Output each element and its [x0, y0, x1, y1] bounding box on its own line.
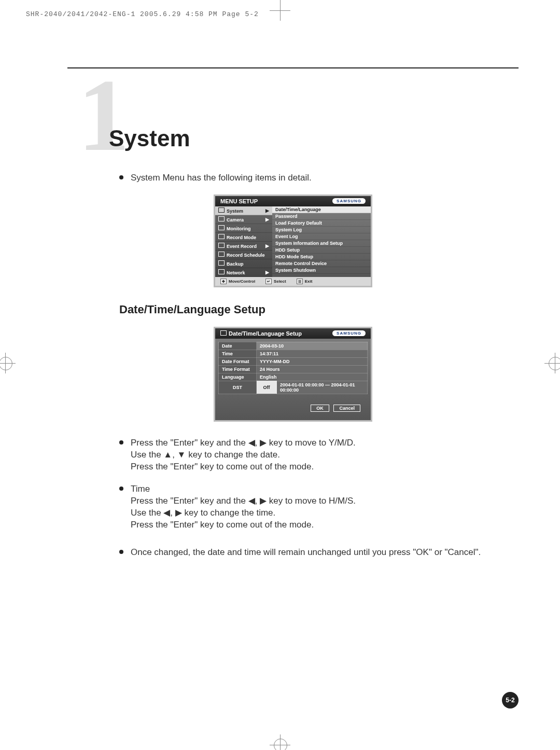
brand-badge-2: SAMSUNG — [332, 330, 366, 336]
brand-badge: SAMSUNG — [332, 198, 366, 204]
crop-mark-right — [544, 353, 560, 373]
row-value[interactable]: English — [257, 373, 368, 381]
bullet-icon — [119, 175, 123, 179]
enter-icon: ↵ — [265, 279, 272, 284]
instr-1-l3: Press the "Enter" key to come out of the… — [131, 461, 356, 473]
table-row: LanguageEnglish — [219, 373, 368, 381]
table-row: Date FormatYYYY-MM-DD — [219, 357, 368, 365]
row-label: Date Format — [219, 357, 257, 365]
menu-left-panel: System▶Camera▶MonitoringRecord ModeEvent… — [215, 206, 272, 277]
chapter-number: 1 — [78, 63, 130, 167]
bullet-icon — [119, 550, 123, 554]
footer-move: Move/Control — [229, 279, 255, 284]
instr-2-l1: Press the "Enter" key and the ◀, ▶ key t… — [131, 495, 356, 507]
menu-left-item[interactable]: Monitoring — [215, 224, 272, 233]
menu-icon: ☰ — [297, 279, 303, 284]
menu-right-item[interactable]: Remote Control Device — [272, 260, 371, 267]
menu-right-item[interactable]: HDD Mode Setup — [272, 254, 371, 260]
chevron-right-icon: ▶ — [265, 270, 269, 275]
menu-item-icon — [218, 260, 225, 266]
instr-2-l3: Press the "Enter" key to come out of the… — [131, 519, 356, 531]
menu-item-icon — [218, 216, 225, 221]
menu-right-item[interactable]: Event Log — [272, 233, 371, 240]
print-header: SHR-2040/2041/2042-ENG-1 2005.6.29 4:58 … — [26, 10, 259, 18]
menu-footer: ✥Move/Control ↵Select ☰Exit — [215, 277, 371, 286]
ok-button[interactable]: OK — [311, 405, 329, 412]
dst-label: DST — [219, 381, 257, 394]
instruction-block-2: Time Press the "Enter" key and the ◀, ▶ … — [119, 483, 519, 531]
chevron-right-icon: ▶ — [265, 208, 269, 213]
dst-range: 2004-01-01 00:00:00 — 2004-01-01 00:00:0… — [277, 381, 368, 394]
menu-right-item[interactable]: System Shutdown — [272, 267, 371, 274]
instruction-block-1: Press the "Enter" key and the ◀, ▶ key t… — [119, 437, 519, 473]
row-label: Language — [219, 373, 257, 381]
menu-item-icon — [218, 252, 225, 257]
bullet-icon — [119, 440, 123, 445]
dst-row: DSTOff2004-01-01 00:00:00 — 2004-01-01 0… — [219, 381, 368, 394]
menu-right-item[interactable]: Load Faotory Default — [272, 220, 371, 227]
page-content: 1 System System Menu has the following i… — [67, 67, 519, 561]
menu-item-icon — [218, 243, 225, 248]
menu-left-label: System — [227, 209, 243, 214]
menu-item-icon — [218, 269, 225, 274]
menu-right-item[interactable]: System Log — [272, 227, 371, 233]
section-heading: Date/Time/Language Setup — [119, 303, 519, 316]
menu-left-item[interactable]: Backup — [215, 259, 272, 268]
instr-2-head: Time — [131, 483, 356, 495]
menu-item-icon — [218, 234, 225, 239]
menu-right-item[interactable]: System Information and Setup — [272, 240, 371, 247]
intro-bullet: System Menu has the following items in d… — [119, 172, 519, 184]
chapter-header: 1 System — [67, 84, 519, 172]
crop-mark-left — [0, 353, 16, 373]
row-value[interactable]: 14:37:11 — [257, 350, 368, 357]
menu-left-label: Record Mode — [227, 235, 256, 240]
instr-3: Once changed, the date and time will rem… — [131, 547, 481, 559]
dst-state[interactable]: Off — [257, 381, 277, 394]
footer-select: Select — [274, 279, 286, 284]
instruction-block-3: Once changed, the date and time will rem… — [119, 547, 519, 559]
title-icon — [220, 330, 227, 336]
menu-left-item[interactable]: Record Mode — [215, 233, 272, 242]
menu-left-item[interactable]: Camera▶ — [215, 215, 272, 224]
instr-1-l1: Press the "Enter" key and the ◀, ▶ key t… — [131, 437, 356, 449]
menu-left-label: Monitoring — [227, 226, 251, 231]
menu-left-item[interactable]: Record Schedule — [215, 251, 272, 259]
menu-item-icon — [218, 225, 225, 230]
menu-right-panel: Date/Time/LanguagePasswordLoad Faotory D… — [272, 206, 371, 277]
menu-left-item[interactable]: Event Record▶ — [215, 242, 272, 251]
table-row: Date2004-03-10 — [219, 342, 368, 350]
dpad-icon: ✥ — [220, 279, 227, 284]
menu-title: MENU SETUP — [220, 198, 258, 204]
chevron-right-icon: ▶ — [265, 243, 269, 248]
menu-left-label: Record Schedule — [227, 253, 265, 258]
row-label: Time — [219, 350, 257, 357]
menu-setup-screenshot: MENU SETUP SAMSUNG System▶Camera▶Monitor… — [214, 195, 372, 287]
row-value[interactable]: 2004-03-10 — [257, 342, 368, 350]
table-row: Time14:37:11 — [219, 350, 368, 357]
chevron-right-icon: ▶ — [265, 217, 269, 222]
dt-title: Date/Time/Language Setup — [229, 330, 302, 337]
crop-mark-top — [270, 0, 290, 21]
menu-item-icon — [218, 207, 225, 213]
menu-left-item[interactable]: System▶ — [215, 206, 272, 215]
bullet-icon — [119, 487, 123, 491]
crop-mark-bottom — [270, 734, 290, 750]
menu-left-label: Camera — [227, 217, 244, 223]
menu-right-item[interactable]: Date/Time/Language — [272, 206, 371, 213]
menu-right-item[interactable]: Password — [272, 213, 371, 220]
row-value[interactable]: 24 Hours — [257, 365, 368, 373]
menu-left-label: Backup — [227, 261, 244, 267]
footer-exit: Exit — [305, 279, 313, 284]
table-row: Time Format24 Hours — [219, 365, 368, 373]
row-label: Time Format — [219, 365, 257, 373]
menu-left-item[interactable]: Network▶ — [215, 268, 272, 277]
intro-text: System Menu has the following items in d… — [131, 172, 312, 184]
datetime-screenshot: Date/Time/Language Setup SAMSUNG Date200… — [214, 327, 372, 422]
page-number-badge: 5-2 — [502, 692, 519, 709]
cancel-button[interactable]: Cancel — [333, 405, 360, 412]
row-label: Date — [219, 342, 257, 350]
row-value[interactable]: YYYY-MM-DD — [257, 357, 368, 365]
datetime-table: Date2004-03-10Time14:37:11Date FormatYYY… — [218, 342, 368, 394]
instr-1-l2: Use the ▲, ▼ key to change the date. — [131, 449, 356, 461]
menu-right-item[interactable]: HDD Setup — [272, 247, 371, 254]
